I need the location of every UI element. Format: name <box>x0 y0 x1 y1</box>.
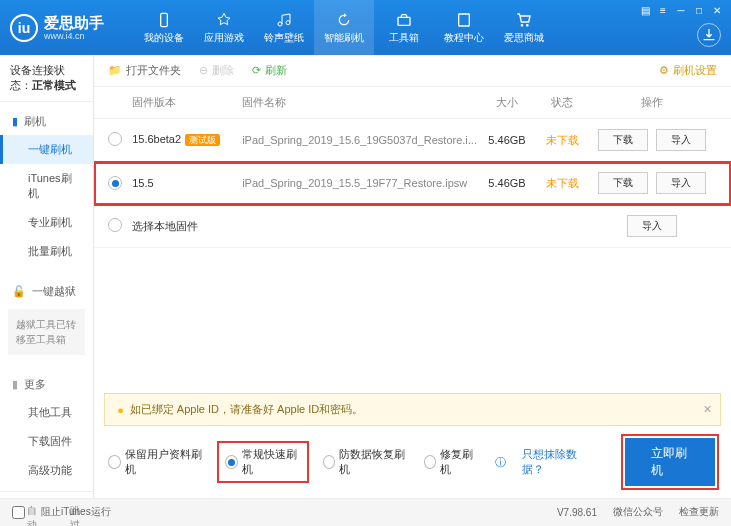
fw-size: 5.46GB <box>477 134 537 146</box>
nav-flash[interactable]: 智能刷机 <box>314 0 374 55</box>
appleid-alert: ● 如已绑定 Apple ID，请准备好 Apple ID和密码。 ✕ <box>104 393 721 426</box>
auto-activate-label: 自动激活 <box>27 504 41 526</box>
row-radio[interactable] <box>108 176 122 190</box>
book-icon <box>455 11 473 29</box>
sidebar-item-oneclick-flash[interactable]: 一键刷机 <box>0 135 93 164</box>
cart-icon <box>515 11 533 29</box>
flash-now-wrapper: 立即刷机 <box>623 436 717 488</box>
flash-settings-button[interactable]: ⚙刷机设置 <box>659 63 717 78</box>
info-icon[interactable]: ⓘ <box>495 455 506 470</box>
th-version: 固件版本 <box>132 95 242 110</box>
brand-url: www.i4.cn <box>44 31 104 41</box>
refresh-icon: ⟳ <box>252 64 261 77</box>
delete-button[interactable]: ⊖删除 <box>199 63 234 78</box>
section-more[interactable]: ▮更多 <box>0 371 93 398</box>
table-row[interactable]: 15.5 iPad_Spring_2019_15.5_19F77_Restore… <box>94 162 731 205</box>
option-keep-data[interactable]: 保留用户资料刷机 <box>108 447 203 477</box>
svg-rect-0 <box>161 13 168 26</box>
download-manager-button[interactable] <box>697 23 721 47</box>
lock-button[interactable]: ≡ <box>655 4 671 16</box>
row-radio[interactable] <box>108 218 122 232</box>
delete-icon: ⊖ <box>199 64 208 77</box>
phone-icon <box>155 11 173 29</box>
logo-icon: iu <box>10 14 38 42</box>
fw-status: 未下载 <box>537 176 587 191</box>
alert-close-button[interactable]: ✕ <box>703 403 712 416</box>
option-normal-flash[interactable]: 常规快速刷机 <box>219 443 306 481</box>
sidebar-item-download-fw[interactable]: 下载固件 <box>0 427 93 456</box>
option-radio[interactable] <box>424 455 437 469</box>
section-flash[interactable]: ▮刷机 <box>0 108 93 135</box>
import-button[interactable]: 导入 <box>627 215 677 237</box>
sidebar-item-batch-flash[interactable]: 批量刷机 <box>0 237 93 266</box>
th-status: 状态 <box>537 95 587 110</box>
jailbreak-notice: 越狱工具已转移至工具箱 <box>8 309 85 355</box>
th-name: 固件名称 <box>242 95 477 110</box>
option-radio[interactable] <box>108 455 121 469</box>
nav-toolbox[interactable]: 工具箱 <box>374 0 434 55</box>
fw-status: 未下载 <box>537 133 587 148</box>
menu-button[interactable]: ▤ <box>637 4 653 16</box>
fw-name: iPad_Spring_2019_15.6_19G5037d_Restore.i… <box>242 134 477 146</box>
music-icon <box>275 11 293 29</box>
nav-tutorials[interactable]: 教程中心 <box>434 0 494 55</box>
toolbox-icon <box>395 11 413 29</box>
option-radio[interactable] <box>323 455 336 469</box>
beta-tag: 测试版 <box>185 134 220 146</box>
th-ops: 操作 <box>587 95 717 110</box>
nav-my-device[interactable]: 我的设备 <box>134 0 194 55</box>
sidebar-item-advanced[interactable]: 高级功能 <box>0 456 93 485</box>
maximize-button[interactable]: □ <box>691 4 707 16</box>
refresh-button[interactable]: ⟳刷新 <box>252 63 287 78</box>
erase-data-link[interactable]: 只想抹除数据？ <box>522 447 591 477</box>
open-folder-button[interactable]: 📁打开文件夹 <box>108 63 181 78</box>
warning-icon: ● <box>117 404 124 416</box>
table-row-local[interactable]: 选择本地固件 导入 <box>94 205 731 248</box>
local-firmware-label: 选择本地固件 <box>132 219 304 234</box>
refresh-icon <box>335 11 353 29</box>
nav-store[interactable]: 爱思商城 <box>494 0 554 55</box>
folder-icon: 📁 <box>108 64 122 77</box>
download-button[interactable]: 下载 <box>598 129 648 151</box>
import-button[interactable]: 导入 <box>656 172 706 194</box>
gear-icon: ⚙ <box>659 64 669 77</box>
sidebar-item-other-tools[interactable]: 其他工具 <box>0 398 93 427</box>
connection-status: 设备连接状态：正常模式 <box>0 55 93 102</box>
option-radio[interactable] <box>225 455 238 469</box>
minimize-button[interactable]: ─ <box>673 4 689 16</box>
section-jailbreak[interactable]: 🔓一键越狱 <box>0 278 93 305</box>
nav-apps[interactable]: 应用游戏 <box>194 0 254 55</box>
block-itunes-label: 阻止iTunes运行 <box>41 505 111 519</box>
flash-now-button[interactable]: 立即刷机 <box>625 438 715 486</box>
download-button[interactable]: 下载 <box>598 172 648 194</box>
fw-name: iPad_Spring_2019_15.5_19F77_Restore.ipsw <box>242 177 477 189</box>
wechat-link[interactable]: 微信公众号 <box>613 505 663 519</box>
import-button[interactable]: 导入 <box>656 129 706 151</box>
table-row[interactable]: 15.6beta2测试版 iPad_Spring_2019_15.6_19G50… <box>94 119 731 162</box>
svg-rect-1 <box>398 17 410 25</box>
sidebar-item-itunes-flash[interactable]: iTunes刷机 <box>0 164 93 208</box>
nav-ringtones[interactable]: 铃声壁纸 <box>254 0 314 55</box>
th-size: 大小 <box>477 95 537 110</box>
sidebar-item-pro-flash[interactable]: 专业刷机 <box>0 208 93 237</box>
check-update-link[interactable]: 检查更新 <box>679 505 719 519</box>
block-itunes-checkbox[interactable] <box>12 506 25 519</box>
option-repair-flash[interactable]: 修复刷机 <box>424 447 480 477</box>
fw-size: 5.46GB <box>477 177 537 189</box>
version-label: V7.98.61 <box>557 507 597 518</box>
option-anti-recovery[interactable]: 防数据恢复刷机 <box>323 447 408 477</box>
app-logo: iu 爱思助手 www.i4.cn <box>10 14 104 42</box>
row-radio[interactable] <box>108 132 122 146</box>
close-button[interactable]: ✕ <box>709 4 725 16</box>
apps-icon <box>215 11 233 29</box>
svg-rect-2 <box>459 14 470 26</box>
